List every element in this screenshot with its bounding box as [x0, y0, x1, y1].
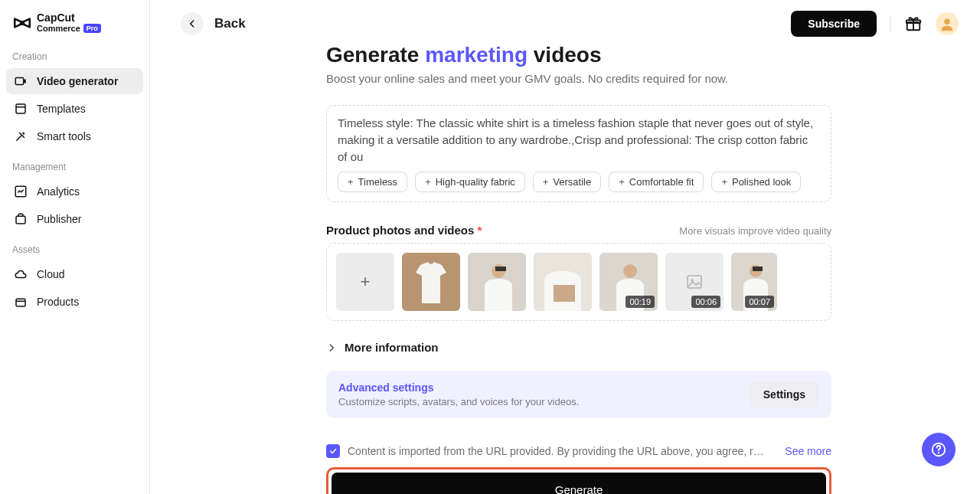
sidebar-item-label: Video generator: [37, 75, 118, 87]
avatar[interactable]: [936, 12, 959, 35]
media-thumb[interactable]: [468, 253, 526, 311]
avatar-icon: [939, 15, 956, 32]
svg-rect-16: [554, 285, 575, 302]
media-thumb-video[interactable]: 00:19: [599, 253, 658, 311]
see-more-link[interactable]: See more: [785, 445, 831, 457]
duration-badge: 00:07: [745, 296, 774, 308]
description-card: Timeless style: The classic white shirt …: [326, 105, 831, 202]
products-icon: [14, 295, 28, 309]
tag-polished-look[interactable]: +Polished look: [711, 172, 801, 192]
media-section-label: Product photos and videos *: [326, 224, 482, 237]
pro-badge: Pro: [83, 24, 101, 33]
consent-checkbox[interactable]: [326, 444, 340, 458]
svg-rect-14: [495, 267, 506, 271]
brand-name: CapCut: [37, 12, 101, 24]
sidebar-item-label: Templates: [37, 103, 86, 115]
sidebar-item-video-generator[interactable]: Video generator: [6, 68, 143, 94]
check-icon: [328, 447, 338, 456]
sidebar-item-cloud[interactable]: Cloud: [6, 261, 143, 287]
person-image-icon: [468, 253, 526, 311]
chevron-right-icon: [326, 342, 337, 353]
section-title-creation: Creation: [6, 41, 143, 67]
sidebar-item-label: Publisher: [37, 213, 81, 225]
cloud-icon: [14, 267, 28, 281]
sidebar-item-products[interactable]: Products: [6, 289, 143, 315]
consent-text: Content is imported from the URL provide…: [348, 445, 777, 457]
generate-button[interactable]: Generate: [332, 473, 826, 494]
sidebar-item-analytics[interactable]: Analytics: [6, 178, 143, 204]
generate-highlight: Generate: [326, 467, 831, 494]
smart-tools-icon: [14, 129, 28, 143]
plus-icon: +: [619, 176, 625, 188]
help-icon: [930, 441, 947, 458]
more-information-toggle[interactable]: More information: [326, 341, 831, 354]
tag-high-quality-fabric[interactable]: +High-quality fabric: [415, 172, 525, 192]
section-title-assets: Assets: [6, 234, 143, 260]
svg-point-10: [944, 19, 949, 25]
sidebar-item-label: Cloud: [37, 268, 65, 280]
gift-icon[interactable]: [905, 15, 922, 32]
subscribe-button[interactable]: Subscribe: [791, 11, 877, 37]
sidebar-item-templates[interactable]: Templates: [6, 96, 143, 122]
tag-row: +Timeless +High-quality fabric +Versatil…: [338, 172, 820, 192]
shirt-image-icon: [402, 253, 460, 311]
description-text: Timeless style: The classic white shirt …: [338, 115, 820, 164]
capcut-logo-icon: [12, 13, 32, 33]
sidebar-item-smart-tools[interactable]: Smart tools: [6, 123, 143, 149]
tag-comfortable-fit[interactable]: +Comfortable fit: [609, 172, 704, 192]
plus-icon: +: [361, 272, 371, 292]
templates-icon: [14, 102, 28, 116]
back-label: Back: [214, 16, 246, 31]
svg-rect-23: [753, 267, 763, 271]
plus-icon: +: [721, 176, 727, 188]
media-thumb-video[interactable]: 00:07: [731, 253, 777, 311]
tag-versatile[interactable]: +Versatile: [533, 172, 601, 192]
sidebar-item-label: Analytics: [37, 185, 80, 198]
tag-timeless[interactable]: +Timeless: [338, 172, 407, 192]
help-button[interactable]: [922, 433, 956, 466]
publisher-icon: [14, 212, 28, 226]
back-button[interactable]: [181, 12, 204, 35]
sidebar-item-label: Products: [37, 296, 79, 308]
analytics-icon: [14, 185, 28, 198]
media-thumb-video[interactable]: 00:06: [665, 253, 724, 311]
topbar: Back Subscribe: [150, 0, 980, 44]
settings-button[interactable]: Settings: [750, 381, 819, 407]
sidebar-item-label: Smart tools: [37, 130, 91, 142]
page-title: Generate marketing videos: [326, 44, 831, 67]
video-generator-icon: [14, 74, 28, 88]
content: Generate marketing videos Boost your onl…: [150, 44, 980, 494]
plus-icon: +: [348, 176, 354, 188]
media-add-button[interactable]: +: [336, 253, 394, 311]
image-placeholder-icon: [685, 273, 704, 291]
plus-icon: +: [543, 176, 549, 188]
sidebar: CapCut Commerce Pro Creation Video gener…: [0, 0, 150, 494]
media-section-hint: More visuals improve video quality: [679, 225, 831, 237]
svg-rect-1: [16, 104, 25, 113]
plus-icon: +: [425, 176, 431, 188]
logo[interactable]: CapCut Commerce Pro: [6, 12, 143, 41]
sidebar-item-publisher[interactable]: Publisher: [6, 206, 143, 232]
section-title-management: Management: [6, 151, 143, 177]
svg-point-18: [623, 264, 637, 278]
advanced-settings-card: Advanced settings Customize scripts, ava…: [326, 371, 831, 418]
main: Back Subscribe Generate marketing videos…: [150, 0, 980, 494]
duration-badge: 00:19: [626, 296, 655, 308]
brand-sub: Commerce Pro: [37, 24, 101, 33]
person-image-icon: [534, 253, 592, 311]
advanced-title: Advanced settings: [338, 381, 579, 394]
media-thumb[interactable]: [534, 253, 592, 311]
svg-rect-4: [16, 217, 25, 224]
advanced-subtitle: Customize scripts, avatars, and voices f…: [338, 396, 579, 407]
media-board: + 00:19: [326, 243, 831, 321]
more-info-label: More information: [345, 341, 439, 354]
svg-point-25: [938, 452, 939, 453]
svg-rect-5: [16, 299, 25, 307]
media-thumb[interactable]: [402, 253, 460, 311]
divider: [890, 15, 891, 32]
duration-badge: 00:06: [691, 296, 720, 308]
chevron-left-icon: [187, 18, 198, 29]
consent-row: Content is imported from the URL provide…: [326, 444, 831, 458]
svg-rect-0: [15, 78, 24, 85]
page-subtitle: Boost your online sales and meet your GM…: [326, 72, 831, 85]
